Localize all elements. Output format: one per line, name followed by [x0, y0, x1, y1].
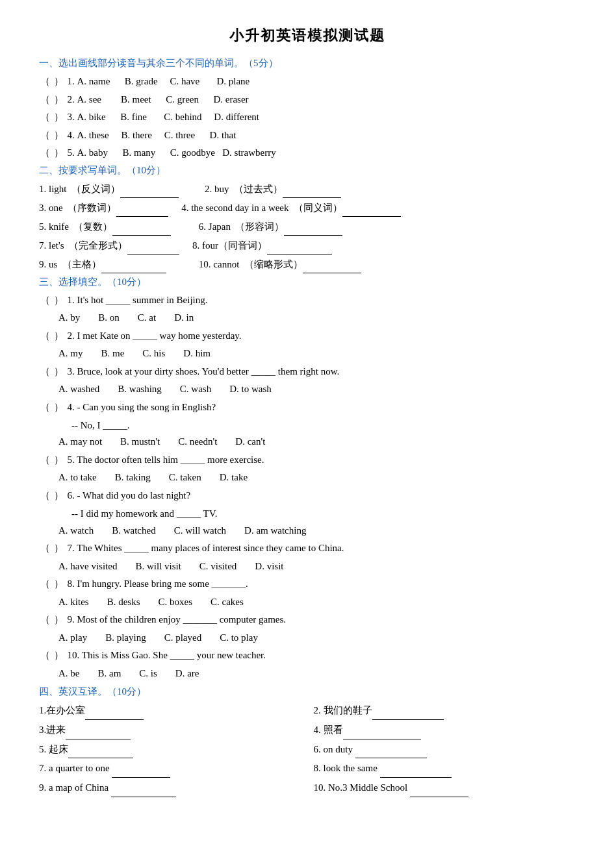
- section4-item4: 4. 照看: [314, 721, 576, 739]
- section3-q8-options: A. kites B. desks C. boxes C. cakes: [58, 594, 575, 611]
- section3-q6-stem2: -- I did my homework and _____ TV.: [71, 505, 575, 522]
- section3-q9: （ ） 9. Most of the children enjoy ______…: [39, 612, 575, 646]
- section3-q7: （ ） 7. The Whites _____ many places of i…: [39, 540, 575, 575]
- section2-header: 二、按要求写单词。（10分）: [39, 164, 575, 177]
- section4-item1: 1.在办公室: [39, 702, 301, 720]
- section2-item7: 7. let's （完全形式）: [39, 237, 179, 254]
- section3-q5-options: A. to take B. taking C. taken D. take: [58, 469, 575, 486]
- section3-q1: （ ） 1. It's hot _____ summer in Beijing.…: [39, 292, 575, 327]
- section1-q1: （ ） 1. A. name B. grade C. have D. plane: [39, 73, 575, 90]
- section3-q6: （ ） 6. - What did you do last night? -- …: [39, 488, 575, 539]
- section4-item10: 10. No.3 Middle School: [314, 779, 576, 797]
- section3-q4-stem2: -- No, I _____.: [71, 417, 575, 434]
- section2-item6: 6. Japan （形容词）: [184, 218, 342, 236]
- section4-item5: 5. 起床: [39, 741, 301, 759]
- section3-q6-options: A. watch B. watched C. will watch D. am …: [58, 523, 575, 539]
- section1-q5: （ ） 5. A. baby B. many C. goodbye D. str…: [39, 145, 575, 162]
- section3-q4: （ ） 4. - Can you sing the song in Englis…: [39, 399, 575, 451]
- section3-q4-options: A. may not B. mustn't C. needn't D. can'…: [58, 434, 575, 451]
- section3-header: 三、选择填空。（10分）: [39, 276, 575, 288]
- section3-q8: （ ） 8. I'm hungry. Please bring me some …: [39, 576, 575, 610]
- section2-item9: 9. us （主格）: [39, 256, 166, 273]
- section3-q10: （ ） 10. This is Miss Gao. She _____ your…: [39, 647, 575, 682]
- section1-q3: （ ） 3. A. bike B. fine C. behind D. diff…: [39, 109, 575, 126]
- section2-item8: 8. four（同音词）: [192, 237, 332, 254]
- section4-item3: 3.进来: [39, 721, 301, 739]
- section2-item10: 10. cannot （缩略形式）: [179, 256, 361, 273]
- section3-q5: （ ） 5. The doctor often tells him _____ …: [39, 452, 575, 486]
- section3-q7-options: A. have visited B. will visit C. visited…: [58, 558, 575, 575]
- section4-item2: 2. 我们的鞋子: [314, 702, 576, 720]
- section4-item6: 6. on duty: [314, 741, 576, 759]
- section3-q10-options: A. be B. am C. is D. are: [58, 665, 575, 682]
- section3-q9-options: A. play B. playing C. played C. to play: [58, 630, 575, 647]
- paren: ）: [53, 73, 65, 90]
- section3-q3: （ ） 3. Bruce, look at your dirty shoes. …: [39, 364, 575, 398]
- section3-q2: （ ） 2. I met Kate on _____ way home yest…: [39, 328, 575, 362]
- section1-header: 一、选出画线部分读音与其余三个不同的单词。（5分）: [39, 57, 575, 69]
- section3-q3-options: A. washed B. washing C. wash D. to wash: [58, 381, 575, 398]
- section4: 四、英汉互译。（10分） 1.在办公室 2. 我们的鞋子 3.进来 4. 照看 …: [39, 686, 575, 797]
- section4-item7: 7. a quarter to one: [39, 760, 301, 778]
- section1-q4: （ ） 4. A. these B. there C. three D. tha…: [39, 127, 575, 144]
- section2-item3: 3. one （序数词）: [39, 199, 168, 217]
- section1: 一、选出画线部分读音与其余三个不同的单词。（5分） （ ） 1. A. name…: [39, 57, 575, 162]
- paren: （: [39, 73, 51, 90]
- section4-item9: 9. a map of China: [39, 779, 301, 797]
- section2-item2: 2. buy （过去式）: [205, 180, 341, 198]
- section2-item4: 4. the second day in a week （同义词）: [181, 199, 401, 217]
- section2-item5: 5. knife （复数）: [39, 218, 171, 236]
- section4-item8: 8. look the same: [314, 760, 576, 778]
- page-title: 小升初英语模拟测试题: [39, 26, 575, 45]
- section3-q1-options: A. by B. on C. at D. in: [58, 310, 575, 327]
- section2: 二、按要求写单词。（10分） 1. light （反义词） 2. buy （过去…: [39, 164, 575, 273]
- section3-q2-options: A. my B. me C. his D. him: [58, 345, 575, 362]
- section1-q2: （ ） 2. A. see B. meet C. green D. eraser: [39, 92, 575, 108]
- section2-item1: 1. light （反义词）: [39, 180, 179, 198]
- section4-header: 四、英汉互译。（10分）: [39, 686, 575, 698]
- section3: 三、选择填空。（10分） （ ） 1. It's hot _____ summe…: [39, 276, 575, 682]
